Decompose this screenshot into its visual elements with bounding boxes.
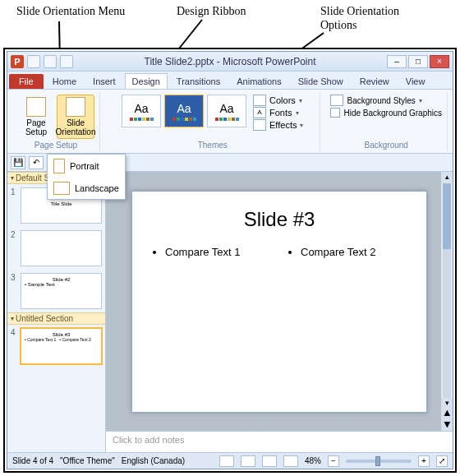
- ribbon-tabs: File Home Insert Design Transitions Anim…: [7, 72, 453, 90]
- group-page-setup: Page Setup Slide Orientation Page Setup: [12, 93, 100, 151]
- prev-slide-icon[interactable]: ⯅: [441, 409, 453, 420]
- background-styles-label: Background Styles: [347, 96, 415, 105]
- zoom-slider-knob[interactable]: [375, 456, 380, 466]
- status-bar: Slide 4 of 4 "Office Theme" English (Can…: [7, 452, 453, 469]
- vertical-scrollbar[interactable]: ▴ ▾ ⯅ ⯆: [441, 172, 453, 431]
- tab-review[interactable]: Review: [352, 73, 397, 89]
- status-language[interactable]: English (Canada): [122, 456, 185, 465]
- colors-icon: [253, 95, 266, 106]
- view-slideshow-button[interactable]: [283, 455, 298, 467]
- checkbox-icon: [330, 108, 340, 118]
- slide-bullet-right[interactable]: Compare Text 2: [301, 246, 407, 258]
- thumbnail-4[interactable]: 4 Slide #3 • Compare Text 1• Compare Tex…: [7, 325, 105, 367]
- zoom-in-button[interactable]: +: [418, 455, 430, 467]
- group-label-background: Background: [365, 141, 408, 150]
- qat-save-icon[interactable]: 💾: [11, 156, 25, 169]
- qat-redo-icon[interactable]: [60, 55, 73, 68]
- qat-save-icon[interactable]: [27, 55, 40, 68]
- slide-orientation-button[interactable]: Slide Orientation: [57, 95, 94, 139]
- zoom-out-button[interactable]: −: [328, 455, 339, 467]
- orientation-portrait[interactable]: Portrait: [48, 155, 125, 178]
- notes-pane[interactable]: Click to add notes: [106, 431, 453, 452]
- thumbnail-2[interactable]: 2: [7, 227, 105, 270]
- section-label: Untitled Section: [16, 314, 73, 323]
- fonts-icon: A: [253, 107, 266, 118]
- tab-design[interactable]: Design: [125, 73, 168, 89]
- chevron-down-icon: ▾: [11, 315, 14, 322]
- colors-menu[interactable]: Colors▾: [253, 95, 303, 106]
- scroll-thumb[interactable]: [443, 183, 451, 249]
- tab-file[interactable]: File: [9, 74, 44, 89]
- theme-aa: Aa: [134, 102, 148, 115]
- tab-home[interactable]: Home: [45, 73, 84, 89]
- status-theme: "Office Theme": [60, 456, 115, 465]
- group-background: Background Styles▾ Hide Background Graph…: [325, 93, 448, 151]
- maximize-button[interactable]: □: [408, 55, 428, 68]
- background-styles-icon: [330, 95, 343, 106]
- slide-canvas[interactable]: Slide #3 Compare Text 1 Compare Text 2: [131, 191, 427, 413]
- thumbnail-3[interactable]: 3 Slide #2 • Sample Text: [7, 270, 105, 312]
- view-normal-button[interactable]: [219, 455, 234, 467]
- chevron-down-icon: ▾: [296, 109, 299, 117]
- hide-background-checkbox[interactable]: Hide Background Graphics: [330, 108, 442, 118]
- slide-orientation-menu: Portrait Landscape: [47, 154, 126, 200]
- zoom-percent[interactable]: 48%: [305, 456, 321, 465]
- effects-label: Effects: [269, 120, 297, 130]
- quick-access-toolbar: [27, 55, 73, 68]
- slide-editor: Slide #3 Compare Text 1 Compare Text 2 ▴…: [106, 172, 453, 452]
- chevron-down-icon: ▾: [419, 97, 422, 104]
- background-styles-menu[interactable]: Background Styles▾: [330, 95, 442, 106]
- annotation-orientation-options: Slide Orientation Options: [320, 5, 399, 33]
- status-slide-count: Slide 4 of 4: [12, 456, 53, 465]
- theme-aa: Aa: [219, 102, 233, 115]
- theme-thumbnail[interactable]: Aa: [207, 95, 246, 127]
- thumbnail-bullet: • Sample Text: [25, 282, 98, 287]
- thumbnail-bullet: • Compare Text 1: [25, 337, 56, 342]
- slide-bullet-left[interactable]: Compare Text 1: [165, 246, 271, 258]
- ribbon-design: Page Setup Slide Orientation Page Setup …: [7, 90, 453, 154]
- chevron-down-icon: ▾: [300, 122, 303, 129]
- qat-undo-icon[interactable]: [44, 55, 57, 68]
- orientation-landscape[interactable]: Landscape: [48, 178, 125, 199]
- tab-slideshow[interactable]: Slide Show: [291, 73, 351, 89]
- fonts-menu[interactable]: AFonts▾: [253, 107, 303, 118]
- minimize-button[interactable]: –: [387, 55, 407, 68]
- theme-thumbnail[interactable]: Aa: [164, 95, 204, 127]
- powerpoint-window: P Title Slide2.pptx - Microsoft PowerPoi…: [7, 51, 453, 469]
- group-label-themes: Themes: [198, 141, 228, 150]
- tab-animations[interactable]: Animations: [229, 73, 288, 89]
- scroll-down-icon[interactable]: ▾: [441, 398, 453, 409]
- colors-label: Colors: [269, 95, 296, 105]
- theme-aa: Aa: [177, 102, 191, 115]
- next-slide-icon[interactable]: ⯆: [441, 419, 453, 431]
- thumbnail-number: 4: [11, 328, 19, 364]
- zoom-slider[interactable]: [346, 460, 412, 463]
- powerpoint-icon: P: [11, 55, 24, 68]
- group-label-page-setup: Page Setup: [34, 141, 77, 150]
- slide-thumbnails-panel: ▾Default Section 1 Title Slide 2 3 Slide…: [7, 172, 106, 452]
- view-reading-button[interactable]: [262, 455, 277, 467]
- theme-thumbnail[interactable]: Aa: [122, 95, 161, 127]
- effects-icon: [253, 119, 266, 131]
- orientation-landscape-label: Landscape: [75, 183, 119, 193]
- slide-orientation-icon: [66, 97, 85, 117]
- tab-transitions[interactable]: Transitions: [169, 73, 228, 89]
- landscape-icon: [53, 182, 70, 195]
- close-button[interactable]: ×: [430, 55, 449, 68]
- page-setup-button[interactable]: Page Setup: [17, 95, 55, 139]
- tab-insert[interactable]: Insert: [85, 73, 123, 89]
- qat-undo-icon[interactable]: ↶: [29, 156, 44, 169]
- scroll-up-icon[interactable]: ▴: [441, 172, 453, 183]
- tab-view[interactable]: View: [398, 73, 433, 89]
- annotation-design-ribbon: Design Ribbon: [177, 5, 246, 19]
- hide-background-label: Hide Background Graphics: [343, 109, 442, 118]
- fit-to-window-button[interactable]: ⤢: [436, 455, 448, 467]
- slide-title[interactable]: Slide #3: [152, 208, 407, 231]
- view-sorter-button[interactable]: [241, 455, 255, 467]
- effects-menu[interactable]: Effects▾: [253, 119, 303, 131]
- page-setup-label: Page Setup: [20, 118, 53, 136]
- chevron-down-icon: ▾: [299, 97, 302, 104]
- slide-orientation-label: Slide Orientation: [56, 118, 96, 136]
- section-header-untitled[interactable]: ▾Untitled Section: [7, 312, 105, 325]
- thumbnail-number: 1: [11, 187, 19, 224]
